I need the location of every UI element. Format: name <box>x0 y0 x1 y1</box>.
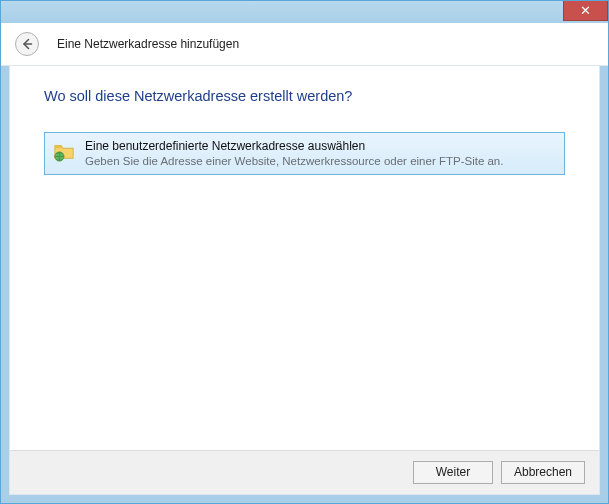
wizard-window: ✕ Eine Netzwerkadresse hinzufügen Wo sol… <box>0 0 609 504</box>
option-text: Eine benutzerdefinierte Netzwerkadresse … <box>85 139 556 168</box>
option-title: Eine benutzerdefinierte Netzwerkadresse … <box>85 139 556 154</box>
cancel-button[interactable]: Abbrechen <box>501 461 585 484</box>
option-custom-network-address[interactable]: Eine benutzerdefinierte Netzwerkadresse … <box>44 132 565 175</box>
folder-network-icon <box>53 140 75 162</box>
content: Wo soll diese Netzwerkadresse erstellt w… <box>10 66 599 450</box>
content-area: Wo soll diese Netzwerkadresse erstellt w… <box>9 65 600 495</box>
option-subtitle: Geben Sie die Adresse einer Website, Net… <box>85 154 556 168</box>
close-button[interactable]: ✕ <box>563 1 608 21</box>
wizard-title: Eine Netzwerkadresse hinzufügen <box>57 37 239 51</box>
titlebar: ✕ <box>1 1 608 23</box>
back-button[interactable] <box>15 32 39 56</box>
page-heading: Wo soll diese Netzwerkadresse erstellt w… <box>44 88 565 104</box>
footer: Weiter Abbrechen <box>10 450 599 494</box>
arrow-left-icon <box>21 38 33 50</box>
close-icon: ✕ <box>580 3 591 18</box>
header: Eine Netzwerkadresse hinzufügen <box>1 23 608 66</box>
next-button[interactable]: Weiter <box>413 461 493 484</box>
